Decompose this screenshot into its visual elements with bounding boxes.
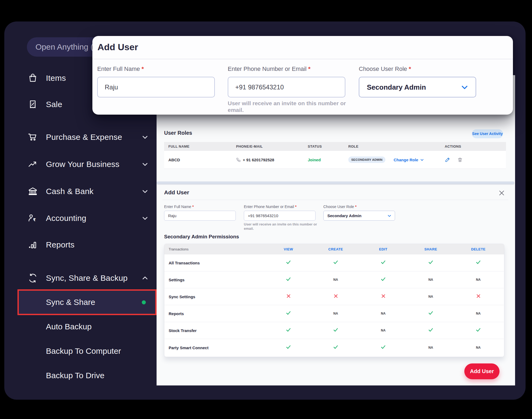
check-icon — [428, 310, 434, 316]
add-user-popup: Add User Enter Full Name * Enter Phone N… — [92, 36, 513, 115]
permission-row: Settings NA NA NA — [164, 271, 504, 288]
sidebar-item-label: Purchase & Expense — [46, 133, 122, 142]
check-icon — [475, 327, 481, 333]
label-text: Enter Full Name — [164, 205, 192, 209]
sidebar-item-reports[interactable]: Reports — [17, 236, 157, 254]
sidebar-item-cash-bank[interactable]: Cash & Bank — [17, 182, 157, 201]
status-badge: Joined — [308, 158, 321, 162]
cart-icon — [28, 132, 38, 142]
receipt-icon — [28, 99, 38, 110]
column-view: VIEW — [272, 244, 305, 254]
actions-cell — [445, 157, 463, 163]
bag-icon — [28, 73, 38, 83]
delete-icon[interactable] — [457, 157, 463, 162]
close-icon[interactable] — [498, 190, 505, 196]
permission-cell: NA — [420, 295, 441, 298]
label-text: Enter Full Name — [97, 65, 142, 72]
sidebar-item-label: Accounting — [46, 214, 86, 223]
chevron-down-icon — [142, 188, 149, 195]
check-icon — [285, 344, 291, 350]
permission-cell — [372, 344, 394, 351]
cross-icon — [381, 294, 386, 298]
sidebar-item-label: Sync & Share — [46, 298, 95, 307]
add-user-button[interactable]: Add User — [464, 363, 500, 379]
sidebar-item-label: Reports — [46, 240, 74, 249]
change-role-button[interactable]: Change Role — [394, 158, 424, 162]
permission-cell — [278, 294, 299, 300]
permission-cell: NA — [420, 278, 441, 282]
role-label: Choose User Role * — [359, 65, 411, 72]
sidebar-item-auto-backup[interactable]: Auto Backup — [17, 318, 157, 336]
chevron-down-icon — [420, 158, 424, 162]
phone-label: Enter Phone Number or Email * — [228, 65, 310, 72]
chevron-down-icon — [387, 214, 392, 218]
user-roles-title: User Roles — [164, 130, 192, 136]
selected-role: Secondary Admin — [367, 77, 426, 97]
permission-cell — [420, 310, 441, 317]
column-role: ROLE — [348, 142, 359, 151]
check-icon — [380, 276, 386, 282]
permissions-title: Secondary Admin Permissions — [164, 234, 239, 240]
permission-row: Party Smart Connect NA NA — [164, 339, 504, 356]
table-row: ABCD + 91 6201792528 Joined SECONDARY AD… — [164, 151, 506, 169]
phone-input[interactable] — [228, 77, 345, 97]
column-full-name: FULL NAME — [168, 142, 189, 151]
open-anything-label: Open Anything (C — [35, 37, 99, 57]
sidebar-item-label: Sync, Share & Backup — [46, 274, 128, 283]
phone-input[interactable] — [244, 211, 316, 221]
phone-help-text: User will receive an invite on this numb… — [244, 222, 322, 231]
permission-cell — [420, 327, 441, 334]
permission-cell — [278, 344, 299, 351]
permission-cell: NA — [325, 278, 346, 282]
edit-icon[interactable] — [445, 157, 450, 163]
chevron-up-icon — [142, 275, 149, 282]
sidebar-item-grow-your-business[interactable]: Grow Your Business — [17, 155, 157, 173]
permission-cell — [372, 259, 394, 266]
selected-role: Secondary Admin — [327, 211, 361, 220]
permission-cell: NA — [468, 312, 489, 315]
column-phone-email: PHONE/E-MAIL — [236, 142, 263, 151]
permission-cell — [325, 259, 346, 266]
permission-row: All Transactions — [164, 254, 504, 271]
sidebar-item-purchase-expense[interactable]: Purchase & Expense — [17, 128, 157, 146]
see-user-activity-button[interactable]: See User Activity — [472, 129, 503, 138]
chevron-down-icon — [142, 134, 149, 141]
check-icon — [380, 344, 386, 350]
check-icon — [285, 310, 291, 316]
column-share: SHARE — [415, 244, 447, 254]
check-icon — [285, 276, 291, 282]
user-role-select[interactable]: Secondary Admin — [359, 77, 476, 97]
full-name-input[interactable] — [164, 211, 236, 221]
label-text: Choose User Role — [323, 205, 355, 209]
sidebar-item-sync-share[interactable]: Sync & Share — [17, 293, 157, 311]
screenshot-stage: Open Anything (C Items Sale Purchase & E… — [0, 0, 532, 419]
cross-icon — [476, 294, 481, 298]
phone-help-text: User will receive an invite on this numb… — [228, 100, 353, 113]
sidebar-item-backup-to-computer[interactable]: Backup To Computer — [17, 342, 157, 360]
sidebar-item-sync-share-backup[interactable]: Sync, Share & Backup — [17, 269, 157, 287]
permission-cell: NA — [325, 312, 346, 315]
user-phone-number: + 91 6201792528 — [243, 158, 274, 162]
svg-text:₹: ₹ — [33, 217, 36, 222]
sidebar-item-label: Cash & Bank — [46, 187, 93, 196]
column-edit: EDIT — [367, 244, 399, 254]
user-role-select[interactable]: Secondary Admin — [323, 211, 395, 221]
permission-cell: NA — [468, 278, 489, 282]
sidebar-item-backup-to-drive[interactable]: Backup To Drive — [17, 366, 157, 385]
permission-row: Stock Transfer NA — [164, 322, 504, 339]
check-icon — [333, 259, 339, 265]
check-icon — [285, 327, 291, 333]
user-name: ABCD — [168, 158, 180, 162]
add-user-section-title: Add User — [164, 189, 189, 196]
chevron-down-icon — [461, 83, 469, 91]
column-create: CREATE — [320, 244, 352, 254]
sidebar-item-label: Grow Your Business — [46, 160, 120, 169]
sidebar-item-accounting[interactable]: ₹ Accounting — [17, 209, 157, 227]
role-label: Choose User Role * — [323, 205, 357, 209]
full-name-input[interactable] — [97, 77, 215, 97]
cross-icon — [334, 294, 338, 298]
sidebar-item-label: Backup To Computer — [46, 347, 121, 356]
permission-cell — [420, 259, 441, 266]
permission-cell — [278, 259, 299, 266]
bank-icon — [28, 186, 38, 196]
